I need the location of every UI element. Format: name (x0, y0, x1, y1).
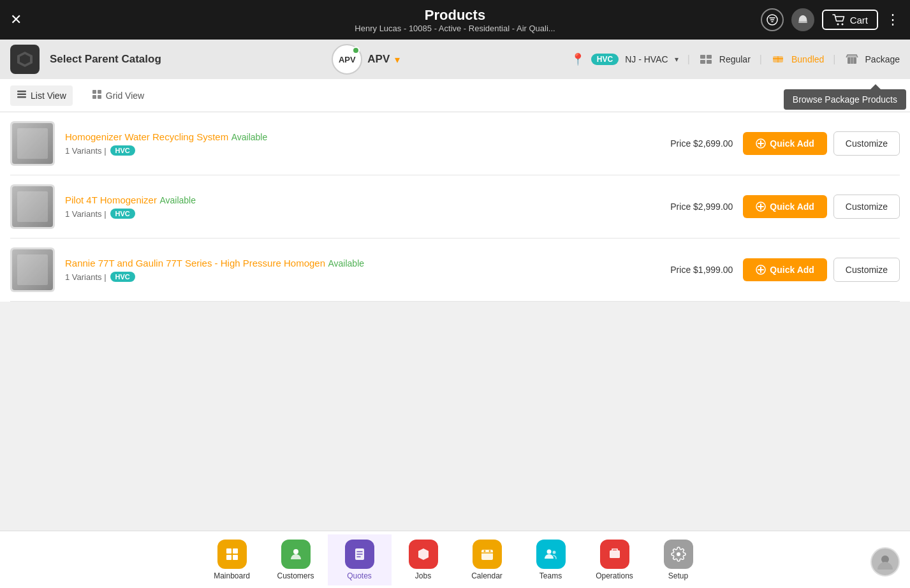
product-hvc-tag-2[interactable]: HVC (110, 272, 135, 282)
product-meta-1: 1 Variants | HVC (65, 209, 660, 219)
product-variants-2: 1 Variants | (65, 272, 106, 282)
bundled-icon (771, 52, 785, 66)
grid-view-label: Grid View (106, 91, 144, 101)
quick-add-button-2[interactable]: Quick Add (743, 258, 827, 281)
svg-rect-14 (17, 96, 26, 98)
region-chevron[interactable]: ▾ (675, 55, 679, 64)
svg-rect-24 (226, 555, 231, 560)
check-dot (352, 47, 360, 54)
quick-add-button-1[interactable]: Quick Add (743, 195, 827, 218)
product-name-0[interactable]: Homogenizer Water Recycling System (65, 131, 228, 142)
location-icon: 📍 (571, 52, 585, 66)
svg-rect-18 (98, 95, 101, 99)
bundled-label[interactable]: Bundled (791, 54, 824, 64)
svg-rect-6 (700, 55, 705, 59)
user-avatar[interactable] (870, 547, 900, 577)
svg-point-3 (841, 24, 843, 26)
svg-rect-33 (610, 550, 620, 558)
nav-item-operations[interactable]: Operations (583, 534, 647, 585)
product-availability-1: Available (159, 195, 196, 205)
product-availability-0: Available (231, 132, 268, 142)
nav-label-setup: Setup (668, 571, 688, 580)
nav-label-operations: Operations (596, 571, 633, 580)
svg-point-34 (677, 552, 680, 556)
customize-button-0[interactable]: Customize (833, 131, 900, 156)
apv-badge[interactable]: APV (332, 44, 362, 75)
product-actions-1: Quick Add Customize (743, 195, 900, 219)
nav-icon-operations (600, 540, 629, 569)
nav-icon-quotes (345, 540, 374, 569)
list-view-toggle[interactable]: List View (10, 85, 73, 106)
product-hvc-tag-0[interactable]: HVC (110, 145, 135, 156)
more-button[interactable]: ⋮ (886, 11, 900, 28)
apv-dropdown-arrow[interactable]: ▾ (395, 54, 400, 66)
header-right: Cart ⋮ (761, 8, 900, 31)
nav-item-mainboard[interactable]: Mainboard (200, 534, 264, 585)
package-label[interactable]: Package (865, 54, 900, 64)
svg-rect-13 (17, 93, 26, 95)
svg-rect-17 (92, 95, 96, 99)
product-info-1: Pilot 4T Homogenizer Available 1 Variant… (65, 195, 660, 219)
customize-button-1[interactable]: Customize (833, 195, 900, 219)
select-catalog-label: Select Parent Catalog (50, 53, 161, 66)
header-subtitle: Henry Lucas - 10085 - Active - Residenti… (355, 24, 555, 33)
nav-label-teams: Teams (539, 571, 562, 580)
nav-icon-setup (664, 540, 693, 569)
hvc-badge[interactable]: HVC (591, 54, 619, 65)
product-price-2: Price $1,999.00 (670, 265, 733, 275)
svg-rect-15 (92, 90, 96, 94)
product-name-1[interactable]: Pilot 4T Homogenizer (65, 195, 157, 205)
product-image-1 (10, 184, 55, 229)
customize-button-2[interactable]: Customize (833, 258, 900, 282)
nav-item-teams[interactable]: Teams (519, 534, 583, 585)
svg-rect-23 (233, 548, 238, 554)
product-variants-0: 1 Variants | (65, 146, 106, 156)
svg-rect-7 (707, 55, 712, 59)
nav-label-calendar: Calendar (471, 571, 503, 580)
nav-label-jobs: Jobs (415, 571, 431, 580)
page-title: Products (355, 7, 555, 24)
list-view-icon (17, 89, 27, 102)
nav-item-setup[interactable]: Setup (647, 534, 710, 585)
grid-view-toggle[interactable]: Grid View (85, 85, 150, 106)
nav-label-quotes: Quotes (347, 571, 372, 580)
nav-item-calendar[interactable]: Calendar (455, 534, 519, 585)
product-name-2[interactable]: Rannie 77T and Gaulin 77T Series - High … (65, 258, 325, 268)
quick-add-button-0[interactable]: Quick Add (743, 132, 827, 155)
nav-label-customers: Customers (277, 571, 314, 580)
product-row: Rannie 77T and Gaulin 77T Series - High … (10, 239, 900, 302)
close-button[interactable]: ✕ (10, 11, 22, 28)
product-list: Homogenizer Water Recycling System Avail… (0, 112, 910, 302)
nav-icon-jobs (409, 540, 438, 569)
nav-item-quotes[interactable]: Quotes (328, 534, 392, 585)
svg-point-32 (552, 550, 555, 554)
product-meta-2: 1 Variants | HVC (65, 272, 660, 282)
svg-rect-12 (17, 91, 26, 92)
regular-icon (699, 52, 713, 66)
svg-rect-22 (226, 548, 231, 554)
product-image-2 (10, 247, 55, 292)
browse-package-tooltip: Browse Package Products (784, 89, 906, 110)
grid-view-icon (92, 89, 102, 102)
svg-rect-9 (707, 60, 712, 64)
nav-item-jobs[interactable]: Jobs (392, 534, 455, 585)
product-meta-0: 1 Variants | HVC (65, 145, 660, 156)
product-availability-2: Available (328, 258, 364, 268)
svg-rect-1 (798, 21, 807, 23)
regular-label[interactable]: Regular (719, 54, 751, 64)
svg-rect-25 (233, 555, 238, 560)
svg-point-29 (483, 550, 485, 552)
nav-item-customers[interactable]: Customers (264, 534, 328, 585)
cart-button[interactable]: Cart (822, 10, 878, 30)
helmet-icon-button[interactable] (791, 8, 814, 31)
header-title-block: Products Henry Lucas - 10085 - Active - … (355, 7, 555, 33)
svg-rect-16 (98, 90, 101, 94)
svg-point-26 (293, 549, 298, 554)
nav-icon-calendar (473, 540, 502, 569)
apv-name-label: APV (367, 53, 390, 66)
nav-icon-teams (536, 540, 566, 569)
filter-icon-button[interactable] (761, 8, 784, 31)
product-row: Pilot 4T Homogenizer Available 1 Variant… (10, 175, 900, 239)
product-hvc-tag-1[interactable]: HVC (110, 209, 135, 219)
product-price-1: Price $2,999.00 (670, 202, 733, 212)
